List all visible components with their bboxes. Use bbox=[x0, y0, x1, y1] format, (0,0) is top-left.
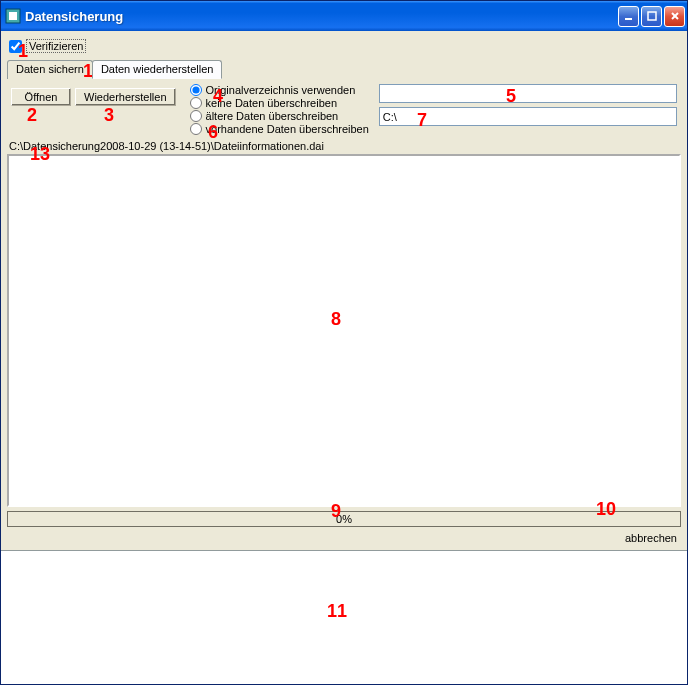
radio-no-overwrite-label: keine Daten überschreiben bbox=[206, 97, 337, 109]
maximize-button[interactable] bbox=[641, 6, 662, 27]
titlebar: Datensicherung bbox=[1, 1, 687, 31]
radio-overwrite-existing[interactable] bbox=[190, 123, 202, 135]
window-title: Datensicherung bbox=[25, 9, 618, 24]
verify-checkbox[interactable] bbox=[9, 40, 22, 53]
window-controls bbox=[618, 6, 685, 27]
radio-original-dir[interactable] bbox=[190, 84, 202, 96]
minimize-button[interactable] bbox=[618, 6, 639, 27]
verify-row: Verifizieren bbox=[9, 39, 681, 53]
progress-bar: 0% bbox=[7, 511, 681, 527]
progress-text: 0% bbox=[336, 513, 352, 525]
tab-panel: Öffnen Wiederherstellen Originalverzeich… bbox=[7, 78, 681, 138]
progress-row: 0% bbox=[7, 511, 681, 527]
verify-label: Verifizieren bbox=[26, 39, 86, 53]
current-file-path: C:\Datensicherung2008-10-29 (13-14-51)\D… bbox=[9, 140, 681, 152]
close-button[interactable] bbox=[664, 6, 685, 27]
tabstrip: Daten sichern Daten wiederherstellen bbox=[7, 59, 681, 78]
client-area: Verifizieren Daten sichern Daten wiederh… bbox=[1, 31, 687, 550]
tab-data-restore[interactable]: Daten wiederherstellen bbox=[92, 60, 223, 79]
open-button[interactable]: Öffnen bbox=[11, 88, 71, 106]
radio-overwrite-older-label: ältere Daten überschreiben bbox=[206, 110, 339, 122]
path-input-1[interactable] bbox=[379, 84, 677, 103]
cancel-button[interactable]: abbrechen bbox=[625, 532, 677, 544]
tab-data-backup[interactable]: Daten sichern bbox=[7, 60, 93, 79]
window: Datensicherung Verifizieren Daten sicher… bbox=[0, 0, 688, 685]
radio-original-dir-label: Originalverzeichnis verwenden bbox=[206, 84, 356, 96]
svg-rect-1 bbox=[9, 12, 17, 20]
bottom-panel bbox=[1, 550, 687, 684]
radio-no-overwrite[interactable] bbox=[190, 97, 202, 109]
svg-rect-3 bbox=[648, 12, 656, 20]
radio-overwrite-older[interactable] bbox=[190, 110, 202, 122]
path-fields bbox=[379, 84, 677, 130]
overwrite-options: Originalverzeichnis verwenden keine Date… bbox=[190, 84, 369, 136]
svg-rect-2 bbox=[625, 18, 632, 20]
file-list[interactable] bbox=[7, 154, 681, 507]
restore-button[interactable]: Wiederherstellen bbox=[75, 88, 176, 106]
app-icon bbox=[5, 8, 21, 24]
path-input-2[interactable] bbox=[379, 107, 677, 126]
restore-panel: Öffnen Wiederherstellen Originalverzeich… bbox=[7, 78, 681, 138]
radio-overwrite-existing-label: vorhandene Daten überschreiben bbox=[206, 123, 369, 135]
